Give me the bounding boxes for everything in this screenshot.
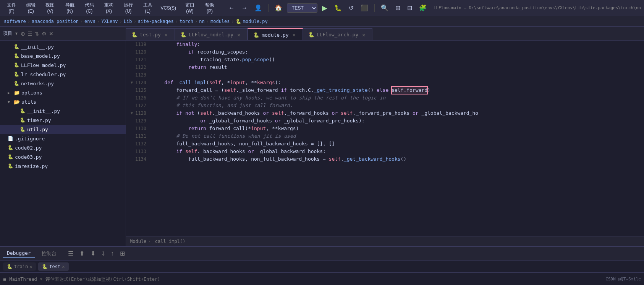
sidebar-sort-button[interactable]: ⇅ xyxy=(35,31,39,37)
tree-item-timer[interactable]: 🐍 timer.py xyxy=(0,116,126,125)
run-tab-train-close[interactable]: ✕ xyxy=(29,264,32,269)
help-button[interactable]: 帮助(P) xyxy=(201,0,218,15)
tree-item-code03[interactable]: 🐍 code03.py xyxy=(0,152,126,161)
menu-button[interactable]: 文件(F) xyxy=(3,0,20,15)
tree-item-imresize[interactable]: 🐍 imresize.py xyxy=(0,161,126,171)
breadcrumb-module-py[interactable]: module.py xyxy=(243,19,268,24)
eval-icon: ≡ xyxy=(3,276,6,282)
tree-item-gitignore[interactable]: 📄 .gitignore xyxy=(0,134,126,143)
sidebar-collapse-button[interactable]: ☰ xyxy=(28,31,32,37)
run-tab-train[interactable]: 🐍 train ✕ xyxy=(3,262,36,271)
navigate-button[interactable]: 导航(N) xyxy=(61,0,78,15)
bottom-tab-console[interactable]: 控制台 xyxy=(38,249,60,259)
bottom-down-icon[interactable]: ⬇ xyxy=(89,249,97,258)
sidebar-settings-button[interactable]: ⚙ xyxy=(42,31,47,37)
avatar-button[interactable]: 👤 xyxy=(252,3,264,13)
tree-label: lr_scheduler.py xyxy=(21,72,66,77)
forward-button[interactable]: → xyxy=(239,3,250,13)
tree-item-base-model[interactable]: 🐍 base_model.py xyxy=(0,51,126,60)
refactor-button[interactable]: 重构(X) xyxy=(100,0,118,15)
bottom-table-icon[interactable]: ⊞ xyxy=(118,249,126,258)
search-everywhere-button[interactable]: 🔍 xyxy=(379,3,391,13)
code-editor[interactable]: 1119 1120 1121 1122 1123 ▼1124 1125 1126… xyxy=(126,41,644,236)
tab-close-llflow-model[interactable]: ✕ xyxy=(236,32,242,38)
code-line-1128: if not (self._backward_hooks or self._fo… xyxy=(152,109,644,117)
run-tab-test-close[interactable]: ✕ xyxy=(62,264,65,269)
bottom-panel: Debugger 控制台 ☰ ⬆ ⬇ ⤵ ↑ ⊞ 🐍 train ✕ 🐍 tes… xyxy=(0,246,644,285)
editor-breadcrumb-method[interactable]: _call_impl() xyxy=(152,239,186,244)
tree-item-utils-init[interactable]: 🐍 __init__.py xyxy=(0,106,126,116)
file-icon: 📄 xyxy=(8,136,13,141)
tree-item-lr-scheduler[interactable]: 🐍 lr_scheduler.py xyxy=(0,70,126,79)
tree-label: base_model.py xyxy=(21,53,60,59)
line-num-1132: 1132 xyxy=(129,140,146,148)
tab-close-test[interactable]: ✕ xyxy=(163,32,169,38)
settings-button[interactable]: ⊞ xyxy=(393,3,403,13)
tree-item-init[interactable]: 🐍 __init__.py xyxy=(0,42,126,51)
debug-button[interactable]: 🐛 xyxy=(332,3,344,13)
tree-label: code03.py xyxy=(15,154,42,160)
tree-label: utils xyxy=(21,99,36,105)
tree-item-utils-folder[interactable]: ▼ 📂 utils xyxy=(0,97,126,106)
breadcrumb-yxlenv[interactable]: YXLenv xyxy=(101,19,118,24)
bottom-up-icon[interactable]: ⬆ xyxy=(78,249,86,258)
line-num-1124: ▼1124 xyxy=(129,79,146,86)
run-tab-test[interactable]: 🐍 test ✕ xyxy=(38,262,68,271)
breadcrumb-software[interactable]: software xyxy=(4,19,26,24)
code-line-1125: forward_call = (self._slow_forward if to… xyxy=(152,86,644,94)
bottom-step-into-icon[interactable]: ↑ xyxy=(109,249,115,258)
folder-icon: 📁 xyxy=(14,90,20,96)
back-button[interactable]: ← xyxy=(226,3,237,13)
project-icon[interactable]: 🏠 xyxy=(272,3,285,13)
tree-item-networks[interactable]: 🐍 networks.py xyxy=(0,79,126,88)
breadcrumb-nn[interactable]: nn xyxy=(199,19,204,24)
stop-button[interactable]: ⬛ xyxy=(358,3,371,13)
run-tab-train-icon: 🐍 xyxy=(7,264,13,269)
breadcrumb-anaconda[interactable]: anaconda_position xyxy=(32,19,79,24)
code-button[interactable]: 代码(C) xyxy=(81,0,98,15)
fold-icon[interactable]: ▼ xyxy=(129,79,133,86)
sidebar-dropdown-icon[interactable]: ▼ xyxy=(15,31,18,36)
tree-item-llflow-model[interactable]: 🐍 LLFlow_model.py xyxy=(0,60,126,70)
sidebar-close-button[interactable]: ✕ xyxy=(49,31,53,37)
eval-input[interactable] xyxy=(45,277,603,282)
tab-close-arch[interactable]: ✕ xyxy=(361,32,367,38)
breadcrumb-envs[interactable]: envs xyxy=(84,19,95,24)
breadcrumb-lib[interactable]: Lib xyxy=(124,19,132,24)
vcs-button[interactable]: VCS(S) xyxy=(158,4,178,12)
tab-close-module[interactable]: ✕ xyxy=(291,32,297,38)
tools-button[interactable]: 工具(L) xyxy=(139,0,156,15)
breadcrumb-torch[interactable]: torch xyxy=(180,19,193,24)
tree-item-code02[interactable]: 🐍 code02.py xyxy=(0,143,126,152)
sidebar-add-button[interactable]: ⊕ xyxy=(21,31,25,37)
breadcrumb-modules[interactable]: modules xyxy=(210,19,230,24)
line-num-1120: 1120 xyxy=(129,48,146,56)
run-config-select[interactable]: TEST train xyxy=(287,3,317,13)
tab-module[interactable]: 🐍 module.py ✕ xyxy=(248,28,303,41)
tab-llflow-model[interactable]: 🐍 LLFlow_model.py ✕ xyxy=(175,28,248,41)
tab-llflow-arch[interactable]: 🐍 LLFlow_arch.py ✕ xyxy=(303,28,373,41)
tree-item-options-folder[interactable]: ▶ 📁 options xyxy=(0,88,126,97)
thread-dropdown-icon[interactable]: ▼ xyxy=(40,277,42,281)
view-button[interactable]: 视图(V) xyxy=(42,0,59,15)
run-menu-button[interactable]: 运行(U) xyxy=(120,0,137,15)
bottom-list-icon[interactable]: ☰ xyxy=(66,249,75,258)
bottom-step-over-icon[interactable]: ⤵ xyxy=(100,249,106,258)
line-num-1119: 1119 xyxy=(129,41,146,48)
plugin-button[interactable]: 🧩 xyxy=(417,3,429,13)
fold-icon[interactable]: ▼ xyxy=(129,109,133,117)
window-button[interactable]: 窗口(W) xyxy=(181,0,199,15)
bookmark-button[interactable]: ⊟ xyxy=(405,3,414,13)
attach-button[interactable]: ↺ xyxy=(346,3,356,13)
tree-item-util[interactable]: 🐍 util.py xyxy=(0,125,126,134)
breadcrumb-site-packages[interactable]: site-packages xyxy=(138,19,174,24)
tree-label: .gitignore xyxy=(15,136,45,142)
code-line-1134: full_backward_hooks, non_full_backward_h… xyxy=(152,155,644,163)
edit-button[interactable]: 编辑(E) xyxy=(22,0,39,15)
run-button[interactable]: ▶ xyxy=(320,2,330,14)
separator-1 xyxy=(222,4,222,12)
tab-label: LLFlow_arch.py xyxy=(317,32,359,37)
editor-breadcrumb-module[interactable]: Module xyxy=(130,239,146,244)
bottom-tab-debugger[interactable]: Debugger xyxy=(3,249,35,258)
tab-test[interactable]: 🐍 test.py ✕ xyxy=(126,28,175,41)
